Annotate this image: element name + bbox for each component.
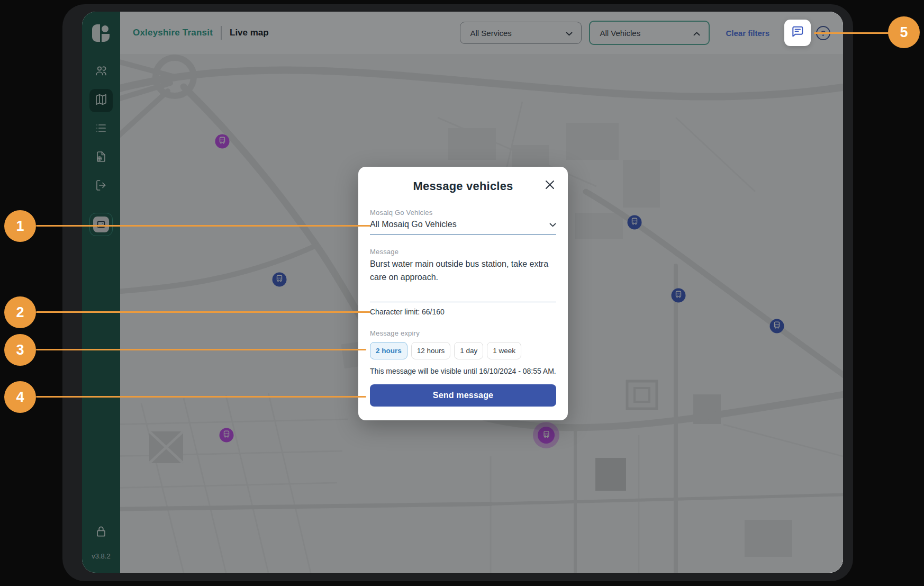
- close-icon: [545, 180, 555, 192]
- callout-2-badge: 2: [4, 296, 36, 328]
- chevron-down-icon: [549, 220, 556, 229]
- message-input[interactable]: Burst water main outside bus station, ta…: [370, 258, 556, 302]
- expiry-note: This message will be visible until 16/10…: [370, 367, 556, 375]
- expiry-label: Message expiry: [370, 329, 556, 337]
- callout-2-line: [36, 311, 370, 313]
- message-label: Message: [370, 248, 556, 256]
- message-vehicles-modal: Message vehicles Mosaiq Go Vehicles All …: [358, 167, 568, 420]
- modal-title: Message vehicles: [370, 179, 556, 193]
- expiry-option-2-hours[interactable]: 2 hours: [370, 342, 407, 359]
- app-window: v3.8.2 Oxleyshire Transit Live map All S…: [82, 12, 843, 573]
- callout-1-line: [36, 225, 370, 227]
- vehicle-group-value: All Mosaiq Go Vehicles: [370, 220, 457, 229]
- expiry-option-1-day[interactable]: 1 day: [454, 342, 483, 359]
- callout-3-badge: 3: [4, 334, 36, 366]
- callout-4-line: [36, 396, 366, 398]
- callout-4-number: 4: [16, 389, 24, 405]
- callout-4-badge: 4: [4, 381, 36, 413]
- modal-close-button[interactable]: [542, 178, 557, 193]
- callout-1-badge: 1: [4, 210, 36, 242]
- callout-1-number: 1: [16, 218, 24, 235]
- expiry-option-12-hours[interactable]: 12 hours: [411, 342, 451, 359]
- callout-5-number: 5: [900, 24, 908, 41]
- callout-5-badge: 5: [888, 16, 920, 48]
- message-field: Message Burst water main outside bus sta…: [370, 248, 556, 316]
- chat-bubble-icon: [791, 25, 804, 41]
- screenshot-frame: v3.8.2 Oxleyshire Transit Live map All S…: [0, 0, 924, 586]
- callout-3-line: [36, 349, 366, 350]
- vehicle-group-select[interactable]: All Mosaiq Go Vehicles: [370, 220, 556, 235]
- send-message-button[interactable]: Send message: [370, 384, 556, 407]
- expiry-options: 2 hours12 hours1 day1 week: [370, 342, 556, 359]
- character-limit: Character limit: 66/160: [370, 308, 556, 316]
- callout-2-number: 2: [16, 304, 24, 321]
- callout-5-line: [814, 32, 889, 34]
- message-vehicles-button[interactable]: [784, 20, 811, 46]
- vehicle-group-field: Mosaiq Go Vehicles All Mosaiq Go Vehicle…: [370, 209, 556, 235]
- callout-3-number: 3: [16, 342, 24, 358]
- vehicle-group-label: Mosaiq Go Vehicles: [370, 209, 556, 217]
- expiry-option-1-week[interactable]: 1 week: [487, 342, 521, 359]
- expiry-field: Message expiry 2 hours12 hours1 day1 wee…: [370, 329, 556, 375]
